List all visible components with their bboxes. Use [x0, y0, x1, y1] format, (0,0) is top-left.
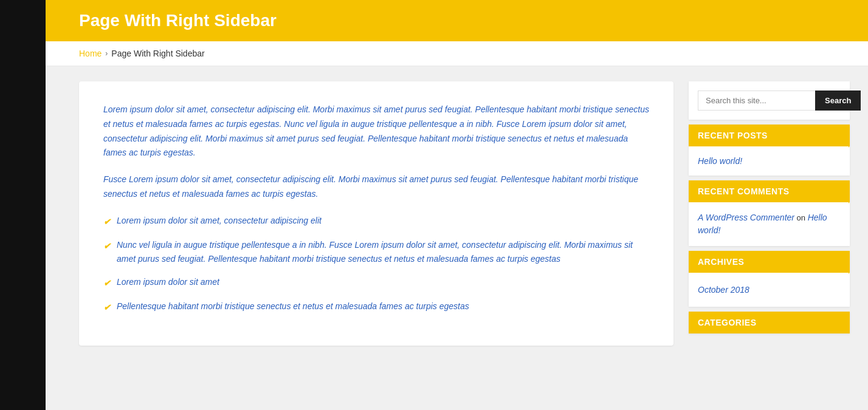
- categories-widget: CATEGORIES: [689, 312, 850, 333]
- list-item-text-1: Lorem ipsum dolor sit amet, consectetur …: [117, 214, 322, 227]
- check-icon-2: ✔: [103, 239, 111, 253]
- search-input[interactable]: [698, 91, 815, 111]
- archives-widget: ARCHIVES October 2018: [689, 251, 850, 307]
- recent-comments-content: A WordPress Commenter on Hello world!: [689, 202, 850, 246]
- list-item-text-2: Nunc vel ligula in augue tristique pelle…: [117, 238, 649, 265]
- paragraph-2: Fusce Lorem ipsum dolor sit amet, consec…: [103, 173, 649, 202]
- breadcrumb-separator: ›: [105, 49, 108, 58]
- recent-posts-content: Hello world!: [689, 146, 850, 176]
- check-icon-3: ✔: [103, 276, 111, 290]
- dark-overlay: [0, 0, 46, 410]
- checklist: ✔ Lorem ipsum dolor sit amet, consectetu…: [103, 214, 649, 315]
- search-widget: Search: [689, 81, 850, 120]
- breadcrumb: Home › Page With Right Sidebar: [46, 41, 868, 66]
- recent-post-link-1[interactable]: Hello world!: [698, 156, 742, 166]
- recent-comments-title: RECENT COMMENTS: [689, 180, 850, 202]
- categories-title: CATEGORIES: [689, 312, 850, 333]
- recent-comment-item: A WordPress Commenter on Hello world!: [698, 211, 841, 237]
- recent-comments-widget: RECENT COMMENTS A WordPress Commenter on…: [689, 180, 850, 246]
- page-header: Page With Right Sidebar: [46, 0, 868, 41]
- content-area: Lorem ipsum dolor sit amet, consectetur …: [46, 66, 868, 361]
- commenter-link[interactable]: A WordPress Commenter: [698, 213, 794, 222]
- list-item: ✔ Pellentesque habitant morbi tristique …: [103, 299, 649, 314]
- archives-title: ARCHIVES: [689, 251, 850, 273]
- on-text: on: [797, 213, 808, 222]
- archive-link-1[interactable]: October 2018: [698, 282, 841, 298]
- list-item-text-4: Pellentesque habitant morbi tristique se…: [117, 299, 469, 313]
- page-wrapper: Page With Right Sidebar Home › Page With…: [46, 0, 868, 410]
- list-item: ✔ Lorem ipsum dolor sit amet: [103, 275, 649, 290]
- page-title: Page With Right Sidebar: [79, 11, 844, 30]
- list-item-text-3: Lorem ipsum dolor sit amet: [117, 275, 219, 289]
- recent-posts-widget: RECENT POSTS Hello world!: [689, 125, 850, 176]
- check-icon-1: ✔: [103, 215, 111, 228]
- archives-content: October 2018: [689, 273, 850, 307]
- check-icon-4: ✔: [103, 301, 111, 314]
- breadcrumb-home-link[interactable]: Home: [79, 49, 102, 58]
- recent-posts-title: RECENT POSTS: [689, 125, 850, 146]
- sidebar: Search RECENT POSTS Hello world! RECENT …: [689, 81, 850, 346]
- main-content: Lorem ipsum dolor sit amet, consectetur …: [79, 81, 673, 346]
- list-item: ✔ Nunc vel ligula in augue tristique pel…: [103, 238, 649, 265]
- search-button[interactable]: Search: [815, 91, 861, 111]
- breadcrumb-current: Page With Right Sidebar: [111, 49, 204, 58]
- paragraph-1: Lorem ipsum dolor sit amet, consectetur …: [103, 103, 649, 160]
- list-item: ✔ Lorem ipsum dolor sit amet, consectetu…: [103, 214, 649, 228]
